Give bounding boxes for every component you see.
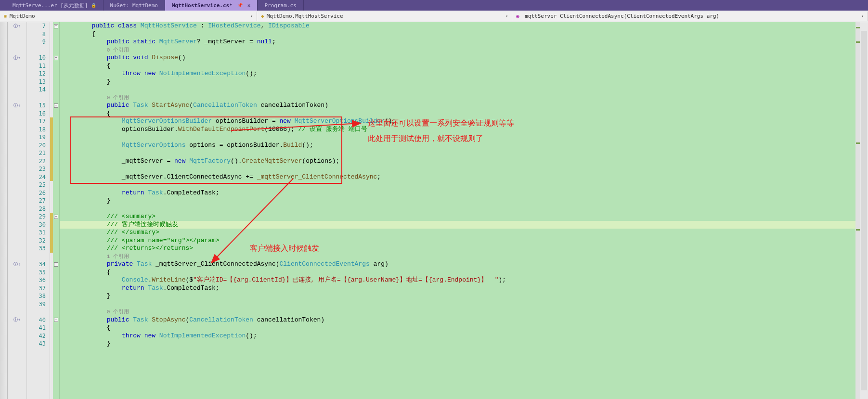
gutter-icon-cell <box>8 253 26 261</box>
gutter-icon-cell <box>8 197 26 205</box>
fold-toggle <box>53 324 59 332</box>
breadcrumb-member[interactable]: ◉ _mqttServer_ClientConnectedAsync(Clien… <box>512 12 868 21</box>
code-line[interactable]: } <box>60 78 868 86</box>
fold-toggle <box>53 340 59 348</box>
fold-toggle <box>53 70 59 78</box>
breadcrumb-bar: ▣ MqttDemo ▾ ◆ MqttDemo.MqttHostService … <box>0 11 868 22</box>
line-number: 39 <box>27 300 46 309</box>
breadcrumb-namespace[interactable]: ▣ MqttDemo ▾ <box>0 12 257 21</box>
document-tabs: MqttServe...er [从元数据] 🔒 NuGet: MqttDemo … <box>0 0 868 11</box>
gutter-icon-cell: ⓘ↑ <box>8 22 26 30</box>
fold-toggle <box>53 86 59 94</box>
vertical-scrollbar[interactable] <box>860 22 868 399</box>
chevron-down-icon[interactable]: ▾ <box>861 14 864 18</box>
code-line[interactable]: } <box>60 340 868 348</box>
fold-toggle <box>53 117 59 126</box>
breadcrumb-class[interactable]: ◆ MqttDemo.MqttHostService ▾ <box>257 12 512 21</box>
line-number: 23 <box>27 165 46 173</box>
gutter-icon-cell <box>8 110 26 118</box>
code-line[interactable]: public void Dispose() <box>60 54 868 62</box>
code-line[interactable]: _mqttServer.ClientConnectedAsync += _mqt… <box>60 173 868 181</box>
breadcrumb-member-text: _mqttServer_ClientConnectedAsync(ClientC… <box>522 13 720 19</box>
code-line[interactable]: { <box>60 30 868 39</box>
code-line[interactable] <box>60 181 868 189</box>
gutter-icon-cell: ⓘ↑ <box>8 102 26 110</box>
gutter-icon-cell <box>8 30 26 39</box>
fold-toggle <box>53 205 59 213</box>
code-editor: ⓘ↑ⓘ↑ⓘ↑ⓘ↑ⓘ↑ 78910111213141516171819202122… <box>0 22 868 399</box>
tab-label: MqttServe...er [从元数据] <box>13 2 88 9</box>
fold-toggle[interactable]: − <box>53 102 59 110</box>
code-line[interactable] <box>60 149 868 157</box>
code-line[interactable]: 0 个引用 <box>60 308 868 316</box>
fold-toggle[interactable]: − <box>53 213 59 221</box>
code-line[interactable] <box>60 205 868 213</box>
gutter-icon-cell <box>8 308 26 316</box>
code-line[interactable]: /// </summary> <box>60 229 868 237</box>
fold-toggle[interactable]: − <box>53 260 59 269</box>
code-line[interactable]: } <box>60 292 868 300</box>
code-line[interactable]: _mqttServer = new MqttFactory().CreateMq… <box>60 157 868 166</box>
code-line[interactable]: public class MqttHostService : IHostedSe… <box>60 22 868 30</box>
code-line[interactable] <box>60 165 868 173</box>
code-line[interactable]: private Task _mqttServer_ClientConnected… <box>60 260 868 269</box>
fold-toggle[interactable]: − <box>53 316 59 324</box>
gutter-icon-cell <box>8 284 26 293</box>
gutter-icon-cell <box>8 181 26 189</box>
code-line[interactable]: { <box>60 324 868 332</box>
tab-nuget[interactable]: NuGet: MqttDemo <box>104 0 165 11</box>
gutter-icon-cell <box>8 189 26 197</box>
line-number: 15 <box>27 102 46 110</box>
code-line[interactable]: 0 个引用 <box>60 46 868 54</box>
code-line[interactable]: /// <returns></returns> <box>60 245 868 253</box>
code-line[interactable]: public static MqttServer? _mqttServer = … <box>60 38 868 46</box>
code-line[interactable]: return Task.CompletedTask; <box>60 284 868 293</box>
code-line[interactable]: /// <summary> <box>60 213 868 221</box>
tab-mqttserver-metadata[interactable]: MqttServe...er [从元数据] 🔒 <box>6 0 104 11</box>
gutter-icon-cell <box>8 126 26 134</box>
code-line[interactable]: /// 客户端连接时候触发 <box>60 221 868 229</box>
code-line[interactable]: Console.WriteLine($"客户端ID=【{arg.ClientId… <box>60 276 868 284</box>
fold-toggle <box>53 221 59 229</box>
overview-ruler[interactable] <box>855 22 860 399</box>
line-number: 19 <box>27 133 46 142</box>
tab-program[interactable]: Program.cs <box>258 0 303 11</box>
code-line[interactable]: } <box>60 197 868 205</box>
code-line[interactable] <box>60 300 868 309</box>
code-line[interactable]: { <box>60 110 868 118</box>
gutter-icon-cell <box>8 142 26 150</box>
tab-mqtthostservice[interactable]: MqttHostService.cs* 📌 × <box>165 0 258 11</box>
fold-toggle[interactable]: − <box>53 22 59 30</box>
fold-toggle <box>53 245 59 253</box>
pin-icon[interactable]: 📌 <box>237 3 243 8</box>
fold-toggle <box>53 332 59 340</box>
fold-toggle <box>53 189 59 197</box>
code-line[interactable]: throw new NotImplementedException(); <box>60 332 868 340</box>
tab-label: NuGet: MqttDemo <box>110 2 158 9</box>
code-line[interactable]: { <box>60 62 868 70</box>
fold-toggle[interactable]: − <box>53 54 59 62</box>
fold-toggle <box>53 173 59 181</box>
code-line[interactable]: public Task StopAsync(CancellationToken … <box>60 316 868 324</box>
line-number: 40 <box>27 316 46 324</box>
code-text-area[interactable]: 这里面还可以设置一系列安全验证规则等等 此处用于测试使用，就不设规则了 客户端接… <box>60 22 868 399</box>
code-line[interactable] <box>60 86 868 94</box>
chevron-down-icon[interactable]: ▾ <box>505 14 508 18</box>
code-line[interactable]: throw new NotImplementedException(); <box>60 70 868 78</box>
chevron-down-icon[interactable]: ▾ <box>250 14 253 18</box>
gutter-icon-cell <box>8 173 26 181</box>
gutter-icon-cell <box>8 165 26 173</box>
code-line[interactable]: 1 个引用 <box>60 253 868 261</box>
code-line[interactable]: return Task.CompletedTask; <box>60 189 868 197</box>
gutter-icon-cell <box>8 292 26 300</box>
line-number <box>27 308 46 316</box>
code-line[interactable]: { <box>60 269 868 277</box>
code-line[interactable]: 0 个引用 <box>60 94 868 102</box>
fold-toggle <box>53 253 59 261</box>
close-icon[interactable]: × <box>247 2 251 9</box>
line-number: 10 <box>27 54 46 62</box>
code-line[interactable]: public Task StartAsync(CancellationToken… <box>60 102 868 110</box>
gutter-icon-cell <box>8 221 26 229</box>
gutter-icon-cell <box>8 46 26 54</box>
code-line[interactable]: /// <param name="arg"></param> <box>60 237 868 245</box>
